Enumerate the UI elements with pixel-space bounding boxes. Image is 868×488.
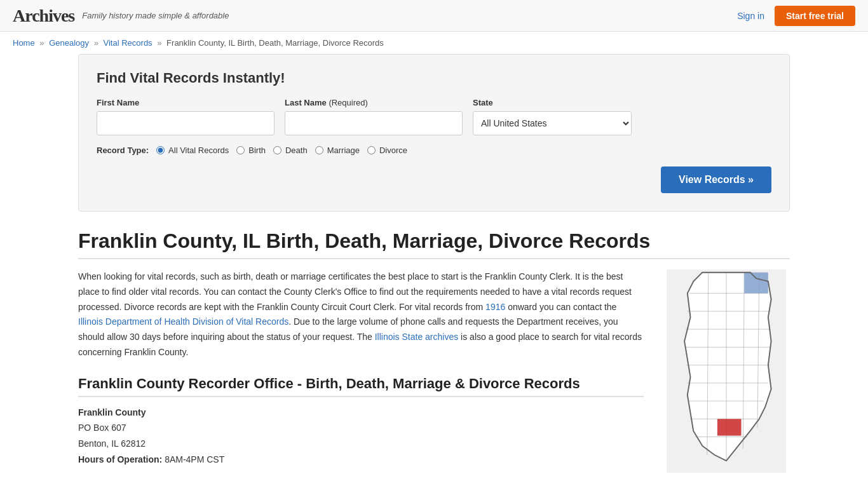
state-field-group: State All United States Alabama Alaska I… [473,98,632,135]
site-header: Archives Family history made simple & af… [0,0,868,32]
radio-all-vital: All Vital Records [156,146,229,155]
header-right: Sign in Start free trial [737,6,855,26]
logo-archives: Archives [13,6,74,25]
main-content: Find Vital Records Instantly! First Name… [65,54,803,488]
content-area: When looking for vital records, such as … [78,269,790,475]
radio-all-vital-input[interactable] [156,146,165,154]
hours-label: Hours of Operation: [78,454,162,464]
radio-birth-label: Birth [248,146,266,155]
breadcrumb-current: Franklin County, IL Birth, Death, Marria… [166,38,384,48]
radio-divorce-input[interactable] [367,146,376,154]
breadcrumb: Home » Genealogy » Vital Records » Frank… [0,32,868,54]
search-box: Find Vital Records Instantly! First Name… [78,54,790,212]
radio-divorce-label: Divorce [379,146,407,155]
illinois-map-svg [663,269,790,473]
search-title: Find Vital Records Instantly! [97,70,771,86]
recorder-section-title: Franklin County Recorder Office - Birth,… [78,376,644,397]
radio-birth-input[interactable] [236,146,245,154]
breadcrumb-vital-records[interactable]: Vital Records [104,38,153,48]
search-btn-row: View Records » [97,166,771,193]
body-paragraph: When looking for vital records, such as … [78,269,644,360]
first-name-field-group: First Name [97,98,275,135]
office-hours: Hours of Operation: 8AM-4PM CST [78,452,644,468]
state-label: State [473,98,632,107]
link-il-health[interactable]: Illinois Department of Health Division o… [78,316,288,327]
radio-death: Death [273,146,308,155]
site-tagline: Family history made simple & affordable [82,11,229,20]
illinois-map-container [663,269,790,475]
breadcrumb-sep-1: » [39,38,44,48]
breadcrumb-sep-3: » [157,38,161,48]
radio-divorce: Divorce [367,146,407,155]
radio-marriage: Marriage [315,146,360,155]
signin-link[interactable]: Sign in [737,11,764,21]
first-name-input[interactable] [97,111,275,135]
search-fields: First Name Last Name (Required) State Al… [97,98,771,135]
record-type-label: Record Type: [97,146,149,155]
page-title: Franklin County, IL Birth, Death, Marria… [78,229,790,259]
radio-death-label: Death [285,146,308,155]
first-name-label: First Name [97,98,275,107]
header-left: Archives Family history made simple & af… [13,6,229,26]
last-name-label: Last Name (Required) [285,98,463,107]
radio-marriage-label: Marriage [327,146,360,155]
office-name: Franklin County [78,407,644,417]
breadcrumb-genealogy[interactable]: Genealogy [49,38,89,48]
office-info: Franklin County PO Box 607 Benton, IL 62… [78,407,644,468]
last-name-field-group: Last Name (Required) [285,98,463,135]
breadcrumb-sep-2: » [94,38,98,48]
link-1916[interactable]: 1916 [485,302,505,312]
svg-rect-15 [717,419,742,435]
breadcrumb-home[interactable]: Home [13,38,35,48]
radio-death-input[interactable] [273,146,281,154]
radio-birth: Birth [236,146,266,155]
start-trial-button[interactable]: Start free trial [775,6,855,26]
office-address-line1: PO Box 607 [78,420,644,436]
site-logo: Archives [13,6,74,26]
office-address-line2: Benton, IL 62812 [78,436,644,452]
radio-marriage-input[interactable] [315,146,323,154]
last-name-input[interactable] [285,111,463,135]
radio-all-vital-label: All Vital Records [168,146,229,155]
hours-value: 8AM-4PM CST [165,454,224,464]
content-text: When looking for vital records, such as … [78,269,644,475]
link-il-archives[interactable]: Illinois State archives [375,332,459,342]
record-type-row: Record Type: All Vital Records Birth Dea… [97,146,771,155]
view-records-button[interactable]: View Records » [661,166,771,193]
state-select[interactable]: All United States Alabama Alaska Illinoi… [473,111,632,135]
svg-rect-14 [744,273,768,294]
